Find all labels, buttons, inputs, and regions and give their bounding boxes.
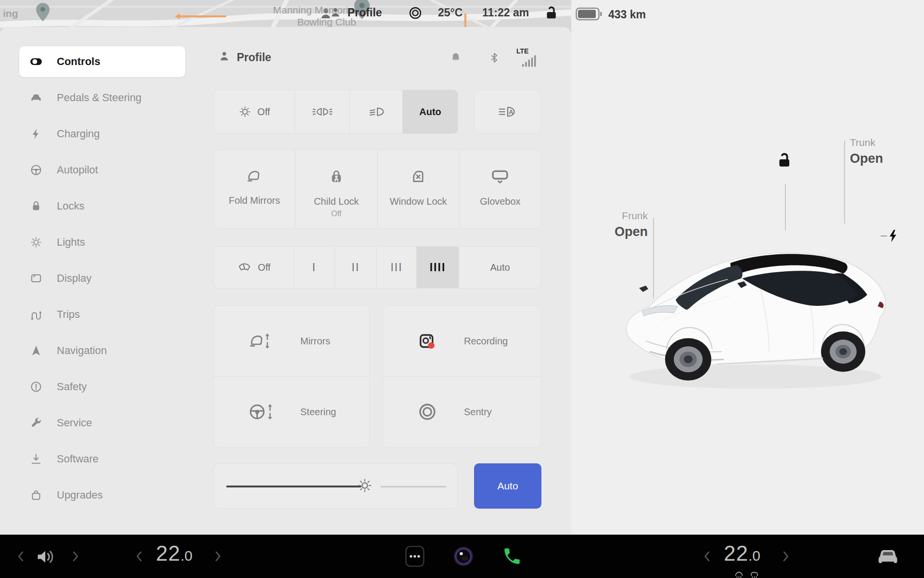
steering-adjust-button[interactable]: Steering [214,376,369,447]
route-icon [30,308,42,321]
toggle-icon [30,55,42,68]
unlocked-icon[interactable] [543,5,559,21]
sidebar-item-controls[interactable]: Controls [19,46,185,77]
light-bulb-icon [30,236,42,249]
sidebar-item-lights[interactable]: Lights [19,227,185,258]
battery-icon [576,7,603,21]
fold-mirrors-button[interactable]: Fold Mirrors [214,150,295,228]
parking-lights-button[interactable] [295,90,349,133]
sentry-button[interactable]: Sentry [383,376,541,447]
signal-bars-icon [522,53,538,67]
brightness-track-filled[interactable] [226,486,361,487]
wrench-icon [30,417,42,429]
bluetooth-icon[interactable] [488,51,500,65]
app-launcher-button[interactable] [405,546,424,567]
glovebox-button[interactable]: Glovebox [459,150,541,228]
climate-car-button[interactable] [876,547,900,566]
window-lock-icon [410,168,426,184]
cabin-camera-button[interactable] [453,546,474,567]
passenger-temp[interactable]: 22 .0 [724,541,760,565]
unlock-pointer-line [785,184,786,230]
map-street-label: ing [3,8,18,19]
volume-down-chevron[interactable] [17,551,24,562]
front-defrost-icon[interactable] [734,571,744,578]
wiper-segmented-control: Off I II III IIII Auto [213,246,541,289]
trunk-control[interactable]: Trunk Open [850,137,903,166]
passenger-temp-up-chevron[interactable] [783,551,789,562]
mirror-steering-card: Mirrors Steering [213,305,370,447]
wiper-icon [237,261,252,274]
headlight-segmented-control: Off Auto [213,90,459,134]
volume-up-chevron[interactable] [72,551,79,562]
phone-button[interactable] [502,546,522,566]
frunk-control[interactable]: Frunk Open [596,210,648,239]
topbar-profile-button[interactable]: Profile [347,6,382,19]
wiper-speed-1-button[interactable]: I [294,247,334,288]
brightness-slider[interactable] [213,463,458,509]
brightness-track-empty[interactable] [381,486,446,487]
sidebar-item-pedals-steering[interactable]: Pedals & Steering [19,82,185,113]
auto-high-beam-icon: A [498,105,518,119]
parking-lights-icon [312,105,333,118]
frunk-pointer-line [653,218,654,299]
child-lock-button[interactable]: Child Lock Off [295,150,377,228]
shopping-bag-icon [30,489,42,501]
trunk-status: Open [850,151,903,166]
passenger-temp-down-chevron[interactable] [704,551,710,562]
bell-icon[interactable] [449,52,462,64]
window-lock-button[interactable]: Window Lock [377,150,459,228]
wipers-auto-button[interactable]: Auto [459,247,541,288]
driver-temp-down-chevron[interactable] [136,551,142,562]
steering-adjust-icon [248,403,273,421]
glovebox-icon [490,168,510,184]
mirror-adjust-icon [248,332,273,350]
child-lock-icon [328,168,345,184]
brightness-auto-button[interactable]: Auto [474,463,541,509]
display-icon [30,272,42,285]
recording-button[interactable]: Recording [383,306,541,376]
charge-port-bolt-icon[interactable] [889,229,897,243]
auto-high-beam-button[interactable]: A [474,90,541,134]
sidebar-item-autopilot[interactable]: Autopilot [19,155,185,185]
brightness-sun-icon[interactable] [357,477,373,494]
sidebar-item-display[interactable]: Display [19,263,185,294]
sidebar-item-trips[interactable]: Trips [19,299,185,330]
sidebar-item-service[interactable]: Service [19,407,185,438]
mirrors-adjust-button[interactable]: Mirrors [214,306,369,376]
low-beam-icon [367,105,385,118]
navigation-arrow-icon [30,344,42,357]
quick-controls-row: Fold Mirrors Child Lock Off Window Lock … [213,149,541,229]
frunk-status: Open [596,224,648,239]
outside-temp[interactable]: 25°C [438,6,462,19]
sidebar-item-software[interactable]: Software [19,444,185,474]
download-icon [30,453,42,465]
wiper-speed-2-button[interactable]: II [334,247,376,288]
wiper-speed-4-button[interactable]: IIII [416,247,459,288]
sidebar-item-safety[interactable]: Safety [19,371,185,402]
profile-title[interactable]: Profile [237,51,271,64]
wiper-speed-3-button[interactable]: III [376,247,416,288]
sidebar-item-upgrades[interactable]: Upgrades [19,480,185,511]
headlights-auto-button[interactable]: Auto [402,90,458,133]
alert-circle-icon [30,381,42,393]
fold-mirrors-icon [245,168,264,184]
vehicle-render[interactable] [616,207,900,400]
clock: 11:22 am [482,6,529,19]
svg-text:A: A [509,108,513,116]
volume-icon[interactable] [35,546,57,567]
person-icon [218,50,231,63]
headlights-off-button[interactable]: Off [214,90,295,133]
sidebar-item-navigation[interactable]: Navigation [19,335,185,366]
low-beam-button[interactable] [349,90,402,133]
vehicle-unlocked-icon[interactable] [775,151,793,170]
driver-temp[interactable]: 22 .0 [156,541,192,565]
sidebar-item-locks[interactable]: Locks [19,191,185,222]
sentry-status-icon[interactable] [409,6,422,20]
lightning-icon [30,128,42,140]
sidebar-item-charging[interactable]: Charging [19,118,185,149]
wipers-off-button[interactable]: Off [214,247,294,288]
charge-port-tick [881,236,887,236]
rear-defrost-icon[interactable] [750,571,759,578]
dashcam-recording-icon [418,331,437,351]
driver-temp-up-chevron[interactable] [215,551,221,562]
